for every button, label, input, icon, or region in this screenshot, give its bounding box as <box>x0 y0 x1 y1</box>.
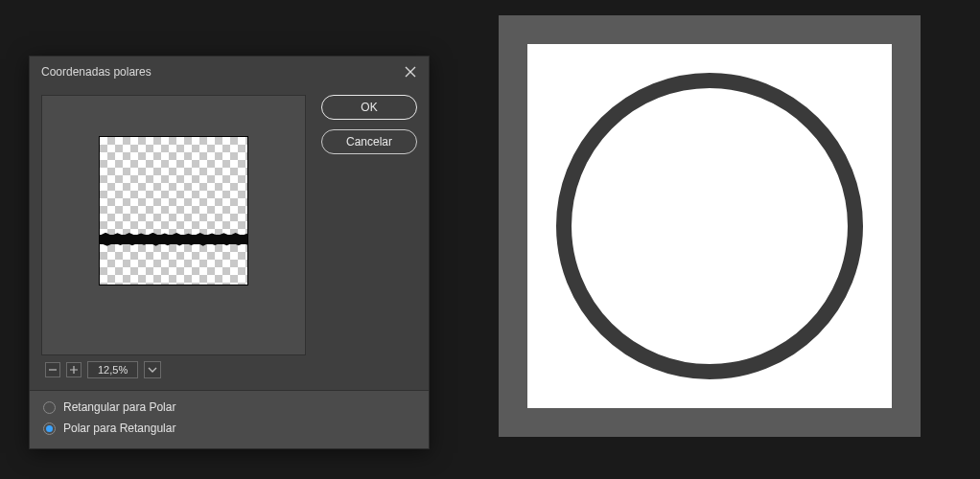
preview-canvas <box>99 136 248 285</box>
document-canvas[interactable] <box>527 44 892 408</box>
zoom-in-icon <box>69 365 79 375</box>
zoom-out-icon <box>48 365 58 375</box>
close-button[interactable] <box>400 62 421 81</box>
zoom-dropdown-button[interactable] <box>144 361 161 378</box>
close-icon <box>405 66 416 78</box>
cancel-button[interactable]: Cancelar <box>321 129 417 154</box>
radio-polar-to-rect[interactable]: Polar para Retangular <box>43 422 415 435</box>
radio-label: Retangular para Polar <box>63 400 175 414</box>
zoom-in-button[interactable] <box>66 362 82 377</box>
dialog-titlebar: Coordenadas polares <box>30 57 429 87</box>
preview-column: 12,5% <box>41 95 306 378</box>
document-panel <box>499 15 921 437</box>
chevron-down-icon <box>148 366 157 374</box>
dialog-buttons: OK Cancelar <box>321 95 417 378</box>
preview-content-band <box>100 235 247 244</box>
circle-result <box>556 73 863 379</box>
radio-selected-dot <box>46 425 53 432</box>
options-panel: Retangular para Polar Polar para Retangu… <box>30 390 429 448</box>
radio-indicator <box>43 401 56 414</box>
dialog-body: 12,5% OK Cancelar <box>30 87 429 390</box>
preview-footer: 12,5% <box>41 355 306 378</box>
radio-label: Polar para Retangular <box>63 422 175 435</box>
preview-area[interactable] <box>41 95 306 355</box>
radio-rect-to-polar[interactable]: Retangular para Polar <box>43 400 415 414</box>
dialog-title: Coordenadas polares <box>41 65 152 79</box>
ok-button[interactable]: OK <box>321 95 417 120</box>
polar-coordinates-dialog: Coordenadas polares 12,5% <box>29 56 430 449</box>
zoom-out-button[interactable] <box>45 362 60 377</box>
transparency-checker <box>100 137 247 285</box>
radio-indicator <box>43 422 56 435</box>
zoom-value[interactable]: 12,5% <box>87 361 138 378</box>
